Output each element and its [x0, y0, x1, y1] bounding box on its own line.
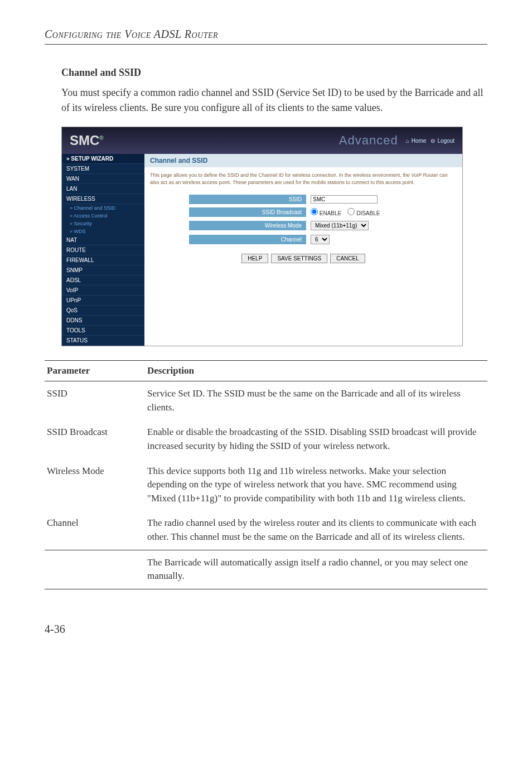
- sidebar: » SETUP WIZARD SYSTEM WAN LAN WIRELESS »…: [62, 154, 144, 346]
- parameter-table: Parameter Description SSID Service Set I…: [45, 360, 487, 589]
- sidebar-firewall[interactable]: FIREWALL: [62, 255, 144, 265]
- sidebar-ddns[interactable]: DDNS: [62, 316, 144, 326]
- disable-text: DISABLE: [356, 210, 380, 216]
- desc-broadcast: Enable or disable the broadcasting of th…: [145, 420, 487, 458]
- channel-field: 6: [306, 233, 334, 246]
- ssid-field-wrap: [306, 194, 382, 205]
- channel-label: Channel: [189, 235, 306, 244]
- sidebar-adsl[interactable]: ADSL: [62, 275, 144, 286]
- table-row: The Barricade will automatically assign …: [45, 550, 487, 589]
- sidebar-tools[interactable]: TOOLS: [62, 326, 144, 336]
- mode-field: Mixed (11b+11g): [306, 219, 373, 232]
- header-right: Advanced ⌂ Home ⊖ Logout: [339, 133, 454, 148]
- mode-label: Wireless Mode: [189, 221, 306, 230]
- advanced-label: Advanced: [339, 133, 398, 148]
- sidebar-system[interactable]: SYSTEM: [62, 164, 144, 174]
- desc-channel: The radio channel used by the wireless r…: [145, 511, 487, 550]
- disable-option[interactable]: DISABLE: [347, 210, 380, 216]
- smc-logo: SMC®: [70, 133, 104, 148]
- table-row: SSID Broadcast Enable or disable the bro…: [45, 420, 487, 458]
- channel-select[interactable]: 6: [311, 235, 330, 244]
- enable-text: ENABLE: [320, 210, 341, 216]
- sidebar-status[interactable]: STATUS: [62, 336, 144, 346]
- table-row: Wireless Mode This device supports both …: [45, 459, 487, 511]
- desc-channel2: The Barricade will automatically assign …: [145, 550, 487, 589]
- sidebar-qos[interactable]: QoS: [62, 306, 144, 316]
- th-parameter: Parameter: [45, 361, 145, 381]
- enable-option[interactable]: ENABLE: [311, 210, 341, 216]
- sidebar-route[interactable]: ROUTE: [62, 245, 144, 255]
- logo-area: SMC®: [70, 133, 104, 148]
- screenshot-body: » SETUP WIZARD SYSTEM WAN LAN WIRELESS »…: [62, 154, 462, 346]
- main-panel: Channel and SSID This page allows you to…: [144, 154, 462, 346]
- cancel-button[interactable]: CANCEL: [330, 254, 365, 263]
- help-button[interactable]: HELP: [241, 254, 268, 263]
- mode-select[interactable]: Mixed (11b+11g): [311, 221, 369, 230]
- logout-link[interactable]: Logout: [437, 138, 454, 144]
- ssid-label: SSID: [189, 195, 306, 204]
- page-header: Configuring the Voice ADSL Router: [45, 28, 487, 45]
- desc-ssid: Service Set ID. The SSID must be the sam…: [145, 381, 487, 420]
- logout-icon: ⊖: [431, 138, 435, 144]
- sidebar-sub-wds[interactable]: » WDS: [62, 228, 144, 235]
- table-row: SSID Service Set ID. The SSID must be th…: [45, 381, 487, 420]
- enable-radio[interactable]: [311, 208, 318, 215]
- desc-mode: This device supports both 11g and 11b wi…: [145, 459, 487, 511]
- save-button[interactable]: SAVE SETTINGS: [271, 254, 327, 263]
- sidebar-lan[interactable]: LAN: [62, 184, 144, 194]
- button-row: HELP SAVE SETTINGS CANCEL: [144, 254, 462, 263]
- param-channel: Channel: [45, 511, 145, 550]
- home-icon: ⌂: [406, 138, 409, 144]
- param-mode: Wireless Mode: [45, 459, 145, 511]
- form-area: SSID SSID Broadcast ENABLE DISABLE Wirel…: [144, 194, 462, 263]
- page-number: 4-36: [45, 623, 487, 636]
- screenshot-header: SMC® Advanced ⌂ Home ⊖ Logout: [62, 127, 462, 154]
- row-channel: Channel 6: [144, 233, 462, 246]
- section-title: Channel and SSID: [61, 67, 487, 79]
- sidebar-wireless[interactable]: WIRELESS: [62, 194, 144, 204]
- row-broadcast: SSID Broadcast ENABLE DISABLE: [144, 206, 462, 218]
- param-broadcast: SSID Broadcast: [45, 420, 145, 458]
- home-link[interactable]: Home: [412, 138, 427, 144]
- param-blank: [45, 550, 145, 589]
- sidebar-sub-channel[interactable]: » Channel and SSID: [62, 204, 144, 212]
- sidebar-sub-access[interactable]: » Access Control: [62, 212, 144, 220]
- broadcast-label: SSID Broadcast: [189, 207, 306, 217]
- table-row: Channel The radio channel used by the wi…: [45, 511, 487, 550]
- th-description: Description: [145, 361, 487, 381]
- sidebar-nat[interactable]: NAT: [62, 235, 144, 245]
- param-ssid: SSID: [45, 381, 145, 420]
- ssid-input[interactable]: [311, 195, 378, 204]
- panel-title: Channel and SSID: [144, 154, 462, 167]
- sidebar-voip[interactable]: VoIP: [62, 286, 144, 296]
- sidebar-sub-security[interactable]: » Security: [62, 220, 144, 228]
- logo-sup: ®: [99, 135, 103, 141]
- sidebar-upnp[interactable]: UPnP: [62, 296, 144, 306]
- router-ui-screenshot: SMC® Advanced ⌂ Home ⊖ Logout » SETUP WI…: [61, 127, 463, 346]
- broadcast-field: ENABLE DISABLE: [306, 206, 384, 218]
- disable-radio[interactable]: [347, 208, 355, 215]
- intro-paragraph: You must specify a common radio channel …: [61, 85, 487, 115]
- sidebar-wan[interactable]: WAN: [62, 174, 144, 184]
- sidebar-setup-wizard[interactable]: » SETUP WIZARD: [62, 154, 144, 164]
- sidebar-snmp[interactable]: SNMP: [62, 265, 144, 275]
- panel-note: This page allows you to define the SSID …: [144, 167, 462, 190]
- row-ssid: SSID: [144, 194, 462, 205]
- logo-text: SMC: [70, 133, 99, 148]
- row-mode: Wireless Mode Mixed (11b+11g): [144, 219, 462, 232]
